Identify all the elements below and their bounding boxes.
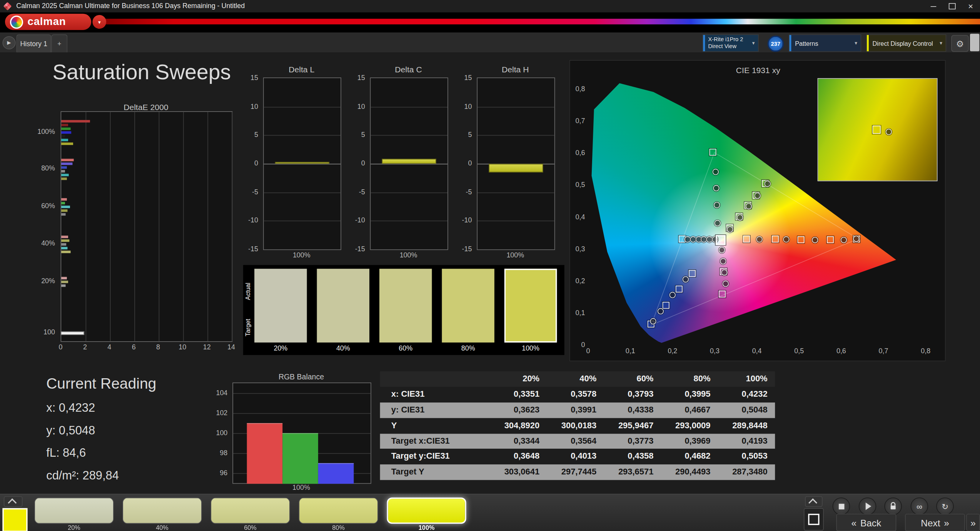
tab-history-1[interactable]: History 1 (16, 34, 51, 52)
delta-c-title: Delta C (370, 65, 447, 74)
table-header-row: 20%40%60%80%100% (380, 371, 775, 387)
badge-value: 237 (771, 41, 780, 47)
deltae-xtick: 14 (227, 343, 235, 351)
ytick: 15 (239, 74, 258, 81)
expand-right-button[interactable]: » (966, 514, 980, 531)
pattern-patch-40%[interactable] (122, 498, 202, 524)
meter-mode: Direct View (708, 43, 743, 50)
meter-accent (703, 35, 705, 51)
deltae-bar (61, 170, 65, 172)
pattern-window-button[interactable] (804, 508, 824, 531)
ytick: 5 (453, 131, 472, 138)
minimize-icon (930, 6, 936, 7)
stop-icon (838, 503, 844, 509)
ytick: -5 (453, 188, 472, 195)
cie-target-marker (798, 236, 805, 243)
ytick: 0 (239, 159, 258, 167)
refresh-button[interactable]: ↻ (936, 498, 953, 515)
table-cell: 0,4358 (604, 449, 661, 464)
lock-icon (889, 502, 897, 511)
pattern-patch-20%[interactable] (34, 498, 114, 524)
gridline (477, 135, 554, 136)
ytick: -10 (453, 217, 472, 224)
history-nav-button[interactable]: ▶ (2, 36, 15, 49)
cie-target-marker (827, 236, 834, 243)
table-cell: 0,3564 (547, 434, 604, 449)
close-button[interactable]: × (961, 0, 980, 12)
gridline (264, 164, 341, 165)
cie-measured-marker (650, 318, 656, 324)
display-control-label: Direct Display Control (873, 40, 933, 47)
cie-target-marker (743, 235, 750, 242)
tab-label: History 1 (20, 40, 47, 47)
table-row-label: x: CIE31 (380, 387, 490, 402)
stop-button[interactable] (833, 498, 850, 515)
swatch-items: 20%40%60%80%100% (243, 265, 564, 355)
table-cell: 0,3995 (661, 387, 718, 402)
link-button[interactable]: ∞ (911, 498, 928, 515)
gridline (371, 164, 447, 165)
cie-zoom-inset (818, 78, 938, 181)
play-button[interactable] (859, 498, 876, 515)
gridline (371, 221, 447, 222)
cie-measured-marker (720, 258, 726, 264)
settings-button[interactable]: ⚙ (951, 35, 968, 52)
table-row: Target Y303,0641297,7445293,6571290,4493… (380, 464, 775, 480)
logo-menu-button[interactable]: ▼ (92, 15, 106, 29)
pattern-patch-60%[interactable] (210, 498, 290, 524)
lock-button[interactable] (884, 498, 902, 515)
cie-measured-marker (722, 281, 728, 287)
delta-h-chart (477, 77, 555, 250)
table-cell: 304,8920 (490, 418, 547, 433)
table-cell: 0,4013 (547, 449, 604, 464)
patterns-label: Patterns (795, 40, 818, 47)
meter-selector[interactable]: X-Rite i1Pro 2 Direct View ▼ (703, 34, 759, 52)
swatch-80% (442, 269, 494, 342)
current-reading-heading: Current Reading (46, 375, 156, 392)
cie-measured-marker (719, 247, 725, 253)
cie-measured-marker (713, 169, 719, 175)
table-cell: 0,3793 (604, 387, 661, 402)
back-label: Back (860, 517, 881, 528)
patterns-selector[interactable]: Patterns ▼ (789, 34, 861, 52)
table-row: Target x:CIE310,33440,35640,37730,39690,… (380, 434, 775, 449)
table-cell: 0,3969 (661, 434, 718, 449)
chevron-up-icon (808, 498, 817, 507)
table-cell: 287,3480 (718, 464, 775, 480)
swatch-label: 20% (254, 344, 307, 352)
calman-pinwheel-icon (10, 15, 23, 28)
deltae-bar (61, 120, 90, 122)
table-row-label: Y (380, 418, 490, 433)
ytick: 10 (346, 102, 365, 110)
back-button[interactable]: « Back (836, 514, 896, 531)
add-tab-button[interactable]: + (51, 34, 67, 52)
ytick: 0 (346, 159, 365, 167)
minimize-button[interactable] (924, 0, 943, 12)
reading-cdm2: cd/m²: 289,84 (46, 469, 156, 483)
cie-measured-marker (764, 180, 770, 187)
table-cell: 290,4493 (661, 464, 718, 480)
ytick: -15 (453, 245, 472, 252)
table-column-header: 80% (661, 371, 718, 387)
table-row: x: CIE310,33510,35780,37930,39950,4232 (380, 387, 775, 402)
meter-name: X-Rite i1Pro 2 (708, 36, 743, 43)
deltae-xticks: 02468101214 (61, 343, 231, 352)
pattern-patch-80%[interactable] (299, 498, 378, 524)
deltae-bar (61, 284, 65, 287)
display-control-selector[interactable]: Direct Display Control ▼ (866, 34, 946, 52)
right-panel-handle[interactable] (970, 34, 979, 51)
gridline (477, 192, 554, 193)
pattern-patch-100%[interactable] (387, 498, 466, 524)
cie-measured-marker (714, 202, 720, 208)
maximize-button[interactable] (943, 0, 962, 12)
delta-c-ylabels: 151050-5-10-15 (346, 77, 367, 249)
gridline (477, 107, 554, 107)
collapse-right-button[interactable] (805, 496, 822, 507)
swatch-label: 100% (504, 344, 557, 352)
next-button[interactable]: Next » (905, 514, 965, 531)
delta_h-bar (489, 164, 543, 172)
header-bar: calman ▼ (0, 12, 980, 32)
cie-target-marker (719, 291, 726, 298)
calman-logo[interactable]: calman (5, 14, 91, 30)
swatch-20% (254, 269, 307, 342)
